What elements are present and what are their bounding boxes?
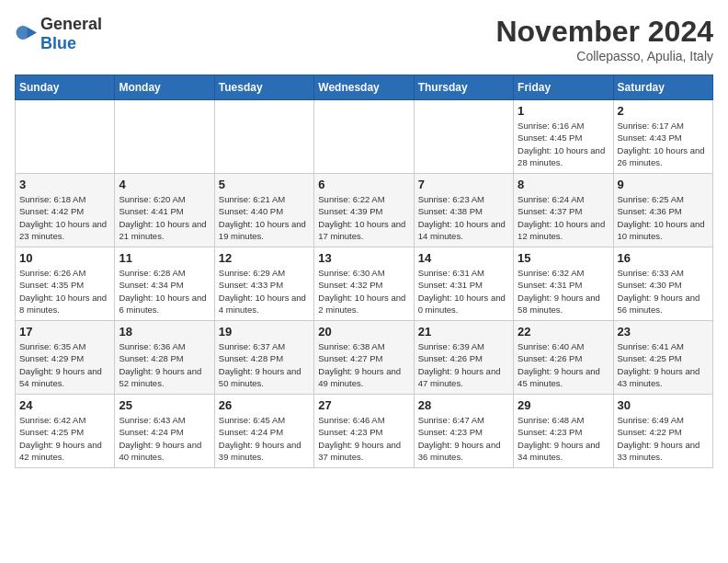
calendar-week-row: 24Sunrise: 6:42 AM Sunset: 4:25 PM Dayli… xyxy=(16,395,713,468)
day-number: 13 xyxy=(318,251,409,265)
day-header-friday: Friday xyxy=(514,75,613,100)
cell-detail: Sunrise: 6:31 AM Sunset: 4:31 PM Dayligh… xyxy=(418,267,509,316)
cell-detail: Sunrise: 6:35 AM Sunset: 4:29 PM Dayligh… xyxy=(19,340,110,389)
day-number: 19 xyxy=(219,325,310,339)
day-number: 15 xyxy=(518,251,609,265)
day-number: 6 xyxy=(318,178,409,191)
calendar-cell: 15Sunrise: 6:32 AM Sunset: 4:31 PM Dayli… xyxy=(514,247,613,321)
calendar-cell: 2Sunrise: 6:17 AM Sunset: 4:43 PM Daylig… xyxy=(613,100,712,174)
logo-blue-text: Blue xyxy=(40,34,76,52)
cell-detail: Sunrise: 6:41 AM Sunset: 4:25 PM Dayligh… xyxy=(618,340,709,389)
calendar-cell: 29Sunrise: 6:48 AM Sunset: 4:23 PM Dayli… xyxy=(514,395,613,468)
cell-detail: Sunrise: 6:24 AM Sunset: 4:37 PM Dayligh… xyxy=(518,193,609,242)
day-number: 30 xyxy=(618,398,709,412)
calendar-cell: 20Sunrise: 6:38 AM Sunset: 4:27 PM Dayli… xyxy=(314,321,414,395)
cell-detail: Sunrise: 6:21 AM Sunset: 4:40 PM Dayligh… xyxy=(219,193,310,242)
day-header-wednesday: Wednesday xyxy=(314,75,414,100)
day-number: 29 xyxy=(518,398,609,412)
day-number: 18 xyxy=(119,325,210,339)
cell-detail: Sunrise: 6:26 AM Sunset: 4:35 PM Dayligh… xyxy=(19,267,110,316)
day-number: 5 xyxy=(219,178,310,191)
day-number: 11 xyxy=(119,251,210,265)
day-number: 26 xyxy=(219,398,310,412)
day-number: 8 xyxy=(518,178,609,191)
cell-detail: Sunrise: 6:38 AM Sunset: 4:27 PM Dayligh… xyxy=(318,340,409,389)
cell-detail: Sunrise: 6:17 AM Sunset: 4:43 PM Dayligh… xyxy=(618,120,709,168)
cell-detail: Sunrise: 6:29 AM Sunset: 4:33 PM Dayligh… xyxy=(219,267,310,316)
cell-detail: Sunrise: 6:22 AM Sunset: 4:39 PM Dayligh… xyxy=(318,193,409,242)
cell-detail: Sunrise: 6:48 AM Sunset: 4:23 PM Dayligh… xyxy=(518,414,609,463)
calendar-cell: 4Sunrise: 6:20 AM Sunset: 4:41 PM Daylig… xyxy=(115,174,214,247)
calendar-cell: 22Sunrise: 6:40 AM Sunset: 4:26 PM Dayli… xyxy=(514,321,613,395)
day-header-monday: Monday xyxy=(115,75,214,100)
calendar-cell: 8Sunrise: 6:24 AM Sunset: 4:37 PM Daylig… xyxy=(514,174,613,247)
calendar-cell: 17Sunrise: 6:35 AM Sunset: 4:29 PM Dayli… xyxy=(16,321,115,395)
calendar-cell: 26Sunrise: 6:45 AM Sunset: 4:24 PM Dayli… xyxy=(214,395,313,468)
calendar-cell xyxy=(414,100,513,174)
day-number: 12 xyxy=(219,251,310,265)
cell-detail: Sunrise: 6:32 AM Sunset: 4:31 PM Dayligh… xyxy=(518,267,609,316)
calendar-cell: 13Sunrise: 6:30 AM Sunset: 4:32 PM Dayli… xyxy=(314,247,414,321)
cell-detail: Sunrise: 6:42 AM Sunset: 4:25 PM Dayligh… xyxy=(19,414,110,463)
cell-detail: Sunrise: 6:16 AM Sunset: 4:45 PM Dayligh… xyxy=(518,120,609,168)
calendar-cell: 21Sunrise: 6:39 AM Sunset: 4:26 PM Dayli… xyxy=(414,321,513,395)
cell-detail: Sunrise: 6:43 AM Sunset: 4:24 PM Dayligh… xyxy=(119,414,210,463)
cell-detail: Sunrise: 6:40 AM Sunset: 4:26 PM Dayligh… xyxy=(518,340,609,389)
calendar-cell: 11Sunrise: 6:28 AM Sunset: 4:34 PM Dayli… xyxy=(115,247,214,321)
calendar-week-row: 10Sunrise: 6:26 AM Sunset: 4:35 PM Dayli… xyxy=(16,247,713,321)
calendar-cell: 25Sunrise: 6:43 AM Sunset: 4:24 PM Dayli… xyxy=(115,395,214,468)
calendar-cell xyxy=(314,100,414,174)
cell-detail: Sunrise: 6:45 AM Sunset: 4:24 PM Dayligh… xyxy=(219,414,310,463)
logo-icon xyxy=(15,23,37,45)
calendar-cell: 10Sunrise: 6:26 AM Sunset: 4:35 PM Dayli… xyxy=(16,247,115,321)
day-number: 4 xyxy=(119,178,210,191)
calendar-cell: 16Sunrise: 6:33 AM Sunset: 4:30 PM Dayli… xyxy=(613,247,712,321)
logo-general-text: General xyxy=(40,15,102,33)
day-number: 25 xyxy=(119,398,210,412)
day-header-sunday: Sunday xyxy=(16,75,115,100)
cell-detail: Sunrise: 6:46 AM Sunset: 4:23 PM Dayligh… xyxy=(318,414,409,463)
month-title: November 2024 xyxy=(495,15,713,49)
day-header-tuesday: Tuesday xyxy=(214,75,313,100)
day-header-thursday: Thursday xyxy=(414,75,513,100)
cell-detail: Sunrise: 6:23 AM Sunset: 4:38 PM Dayligh… xyxy=(418,193,509,242)
day-number: 14 xyxy=(418,251,509,265)
calendar-cell: 18Sunrise: 6:36 AM Sunset: 4:28 PM Dayli… xyxy=(115,321,214,395)
cell-detail: Sunrise: 6:25 AM Sunset: 4:36 PM Dayligh… xyxy=(618,193,709,242)
calendar-cell xyxy=(214,100,313,174)
cell-detail: Sunrise: 6:30 AM Sunset: 4:32 PM Dayligh… xyxy=(318,267,409,316)
cell-detail: Sunrise: 6:39 AM Sunset: 4:26 PM Dayligh… xyxy=(418,340,509,389)
cell-detail: Sunrise: 6:33 AM Sunset: 4:30 PM Dayligh… xyxy=(618,267,709,316)
day-number: 3 xyxy=(19,178,110,191)
calendar-header-row: SundayMondayTuesdayWednesdayThursdayFrid… xyxy=(16,75,713,100)
day-number: 2 xyxy=(618,104,709,118)
cell-detail: Sunrise: 6:37 AM Sunset: 4:28 PM Dayligh… xyxy=(219,340,310,389)
calendar-table: SundayMondayTuesdayWednesdayThursdayFrid… xyxy=(15,75,713,468)
cell-detail: Sunrise: 6:28 AM Sunset: 4:34 PM Dayligh… xyxy=(119,267,210,316)
logo: General Blue xyxy=(15,15,102,53)
svg-marker-1 xyxy=(28,28,38,39)
day-number: 27 xyxy=(318,398,409,412)
cell-detail: Sunrise: 6:18 AM Sunset: 4:42 PM Dayligh… xyxy=(19,193,110,242)
day-number: 22 xyxy=(518,325,609,339)
calendar-cell: 6Sunrise: 6:22 AM Sunset: 4:39 PM Daylig… xyxy=(314,174,414,247)
day-number: 9 xyxy=(618,178,709,191)
day-number: 17 xyxy=(19,325,110,339)
calendar-cell: 12Sunrise: 6:29 AM Sunset: 4:33 PM Dayli… xyxy=(214,247,313,321)
calendar-cell: 28Sunrise: 6:47 AM Sunset: 4:23 PM Dayli… xyxy=(414,395,513,468)
cell-detail: Sunrise: 6:36 AM Sunset: 4:28 PM Dayligh… xyxy=(119,340,210,389)
calendar-cell: 19Sunrise: 6:37 AM Sunset: 4:28 PM Dayli… xyxy=(214,321,313,395)
title-section: November 2024 Collepasso, Apulia, Italy xyxy=(495,15,713,63)
calendar-cell: 30Sunrise: 6:49 AM Sunset: 4:22 PM Dayli… xyxy=(613,395,712,468)
calendar-cell: 24Sunrise: 6:42 AM Sunset: 4:25 PM Dayli… xyxy=(16,395,115,468)
calendar-week-row: 17Sunrise: 6:35 AM Sunset: 4:29 PM Dayli… xyxy=(16,321,713,395)
day-number: 24 xyxy=(19,398,110,412)
day-number: 1 xyxy=(518,104,609,118)
day-number: 20 xyxy=(318,325,409,339)
cell-detail: Sunrise: 6:47 AM Sunset: 4:23 PM Dayligh… xyxy=(418,414,509,463)
day-number: 10 xyxy=(19,251,110,265)
calendar-cell xyxy=(16,100,115,174)
calendar-cell: 14Sunrise: 6:31 AM Sunset: 4:31 PM Dayli… xyxy=(414,247,513,321)
calendar-week-row: 3Sunrise: 6:18 AM Sunset: 4:42 PM Daylig… xyxy=(16,174,713,247)
calendar-cell: 7Sunrise: 6:23 AM Sunset: 4:38 PM Daylig… xyxy=(414,174,513,247)
